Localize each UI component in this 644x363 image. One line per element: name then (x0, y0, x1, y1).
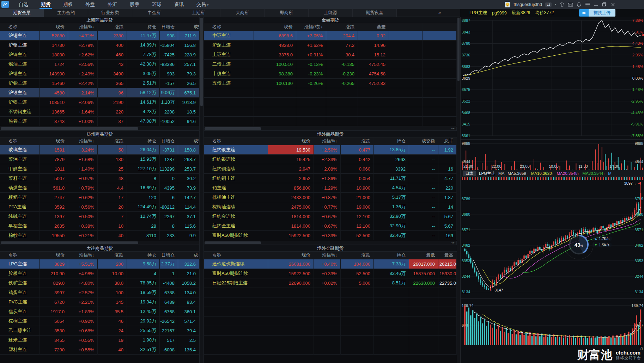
column-header[interactable] (389, 23, 423, 31)
skin-icon[interactable] (559, 2, 565, 7)
table-row[interactable]: 沪锡主连143900+2.49%34903.05万90379.3 (0, 69, 199, 79)
vertical-scrollbar-left[interactable] (199, 17, 204, 363)
table-row[interactable]: 沪铅主连15460+2.42%3652.51万-15726.5 (0, 79, 199, 88)
table-row[interactable] (204, 107, 457, 117)
intraday-chart[interactable]: 3897384337903736368336293575352234683415… (461, 17, 644, 139)
table-row[interactable]: 动煤主连561.0+0.79%4.416.69万439573.9 (0, 183, 199, 193)
nav-tab[interactable]: 行业分类 (88, 9, 132, 17)
nav-tab[interactable]: 郑商所 (265, 9, 309, 17)
table-row[interactable]: 沪锌主连18030+2.62%4607.78万-7425228.9 (0, 50, 199, 60)
horizontal-scrollbar[interactable] (0, 241, 199, 245)
column-header[interactable]: 名称 (204, 137, 268, 145)
column-header[interactable]: 涨跌 (98, 23, 127, 31)
column-header[interactable]: 基差 (358, 23, 389, 31)
tabs-overflow-chevron[interactable]: » (438, 9, 441, 17)
table-row[interactable]: 十债主连98.380-0.23%-0.2304754.58 (204, 69, 457, 79)
column-header[interactable]: 持仓 (127, 252, 160, 259)
table-row[interactable] (204, 307, 457, 316)
column-header[interactable]: 总手 (438, 137, 457, 145)
table-row[interactable]: 迷你道琼斯连续26081.000+0.40%104.0007.38万26017.… (204, 259, 457, 269)
table-row[interactable]: 鸡蛋主连3997+2.57%10018.59万-6788134.0 (0, 288, 199, 297)
column-header[interactable]: 涨幅%↓ (68, 23, 98, 31)
table-row[interactable]: 富时A50期指连续15922.500+0.33%52.50082.46万--16… (204, 231, 457, 240)
column-header[interactable]: 现价 (40, 23, 68, 31)
table-row[interactable]: 棕榈主连5054+0.92%4629.92万-26542571.4 (0, 316, 199, 326)
table-row[interactable]: 纯碱主连1397+0.50%712.74万226737.1 (0, 212, 199, 221)
top-menu-item[interactable]: 交易▾ (190, 0, 215, 9)
notification-bell-icon[interactable] (576, 2, 582, 7)
column-header[interactable]: 涨跌 (326, 23, 358, 31)
nav-tab[interactable]: 期货夜盘 (353, 9, 397, 17)
minimize-icon[interactable] (593, 2, 599, 7)
column-header[interactable]: 名称 (204, 23, 254, 31)
table-row[interactable]: 胶板主连210.90+4.98%10.004121.0 (0, 269, 199, 278)
table-row[interactable]: 纽约铜主连2.952+1.86%0.05411.71万--4.77 (204, 174, 457, 183)
horizontal-scrollbar[interactable]: ◂▸ (204, 241, 457, 245)
table-row[interactable]: 粳米主连3455+0.55%191.90万5172.5 (0, 336, 199, 345)
table-row[interactable]: 中证主连6898.6+3.05%204.40.92 (204, 31, 457, 41)
column-header[interactable]: 涨幅%↓ (314, 252, 341, 259)
nav-tab[interactable]: 上能源 (309, 9, 353, 17)
table-row[interactable]: 二债主连100.510-0.13%-0.1354752.45 (204, 60, 457, 69)
column-header[interactable]: 日增仓 (160, 137, 178, 145)
table-row[interactable] (204, 88, 457, 98)
table-row[interactable]: 富时A50期指连续15922.500+0.33%52.50082.46万1587… (204, 269, 457, 278)
column-header[interactable]: 涨跌 (341, 252, 374, 259)
table-row[interactable]: 早稻主连2635+0.38%10288115.6 (0, 221, 199, 231)
table-row[interactable]: 铁矿主连829.0+4.80%38.078.85万-44081058.2 (0, 278, 199, 288)
table-row[interactable]: 粳稻主连2747+0.62%171206142.7 (0, 193, 199, 202)
table-row[interactable] (204, 288, 457, 297)
top-menu-item[interactable]: 期权 (57, 0, 79, 9)
table-row[interactable]: 燃油主连1724+2.56%4342.38万-83386257.1 (0, 60, 199, 69)
table-row[interactable]: 五债主连100.130-0.26%-0.2654752.83 (204, 79, 457, 88)
vertical-scrollbar-right[interactable] (457, 17, 460, 363)
table-row[interactable] (204, 316, 457, 326)
column-header[interactable]: 成交额 (409, 137, 438, 145)
column-header[interactable]: 持仓 (374, 252, 409, 259)
top-menu-item[interactable]: 外盘 (79, 0, 101, 9)
column-header[interactable]: 名称 (0, 137, 40, 145)
table-row[interactable] (204, 326, 457, 336)
table-row[interactable]: 棕榈油主连2433.000+0.87%21.0005.17万--1.87 (204, 193, 457, 202)
table-row[interactable]: 纽约银连续19.425+2.33%0.4422663-- (204, 155, 457, 164)
column-header[interactable]: 最高 (438, 252, 457, 259)
top-menu-item[interactable]: 期货 (35, 0, 57, 9)
cloud-upload-icon[interactable]: ∞ (579, 9, 589, 17)
top-menu-item[interactable]: 资讯 (168, 0, 190, 9)
column-header[interactable] (423, 23, 457, 31)
table-row[interactable]: 棉纱主连19550+0.21%4081102339.9 (0, 231, 199, 240)
table-row[interactable]: LPG主连3829+5.51%2009.58万2.37万322.6 (0, 259, 199, 269)
column-header[interactable]: 涨跌 (98, 252, 127, 259)
table-row[interactable]: PTA主连3592+0.56%20124.49万-80212114.4 (0, 202, 199, 212)
table-row[interactable]: 纽约银主连19.530+2.50%0.47713.85万--1.92 (204, 145, 457, 155)
column-header[interactable]: 现价 (254, 23, 296, 31)
table-row[interactable] (204, 117, 457, 126)
user-dropdown-caret[interactable]: ▾ (555, 3, 556, 6)
kline-chart[interactable]: 3789378936803680357135713462346233533353… (461, 177, 644, 298)
column-header[interactable]: 名称 (0, 23, 40, 31)
horizontal-scrollbar[interactable]: ◂▸ (204, 127, 457, 131)
table-row[interactable]: 铂主连856.800+1.29%10.9004.54万--220 (204, 183, 457, 193)
app-logo-icon[interactable] (1, 1, 9, 8)
username[interactable]: thsguestujxthd (514, 2, 542, 7)
top-menu-item[interactable]: 股票 (123, 0, 146, 9)
column-header[interactable]: 成交额 (178, 137, 199, 145)
column-header[interactable]: 日增仓 (160, 23, 178, 31)
table-row[interactable]: 上证主连3375.0+0.91%30.415.12 (204, 50, 457, 60)
column-header[interactable]: 涨跌 (341, 137, 374, 145)
table-row[interactable]: 沪铜主连52880+4.71%238011.47万-908711.9 (0, 31, 199, 41)
column-header[interactable]: 持仓 (374, 137, 409, 145)
nav-tab[interactable]: 中金所 (132, 9, 176, 17)
table-row[interactable]: 纽约金主连1814.000+0.67%12.10032.90万--5.67 (204, 221, 457, 231)
table-row[interactable] (204, 345, 457, 355)
nav-tab[interactable]: 上期所 (176, 9, 220, 17)
user-avatar[interactable] (505, 2, 510, 7)
nav-tab[interactable]: 大商所 (220, 9, 265, 17)
scrollbar-arrows[interactable]: ◂▸ (451, 241, 455, 245)
table-row[interactable]: 不锈钢主连13665+1.64%2204.23万220818.5 (0, 107, 199, 117)
nav-tab[interactable]: 主力合约 (44, 9, 88, 17)
column-header[interactable]: 涨幅%↓ (68, 137, 98, 145)
table-row[interactable]: 甲醇主连1811+1.40%25127.10万-113299253.7 (0, 164, 199, 174)
menu-list-icon[interactable] (585, 2, 590, 7)
column-header[interactable]: 名称 (204, 252, 268, 259)
